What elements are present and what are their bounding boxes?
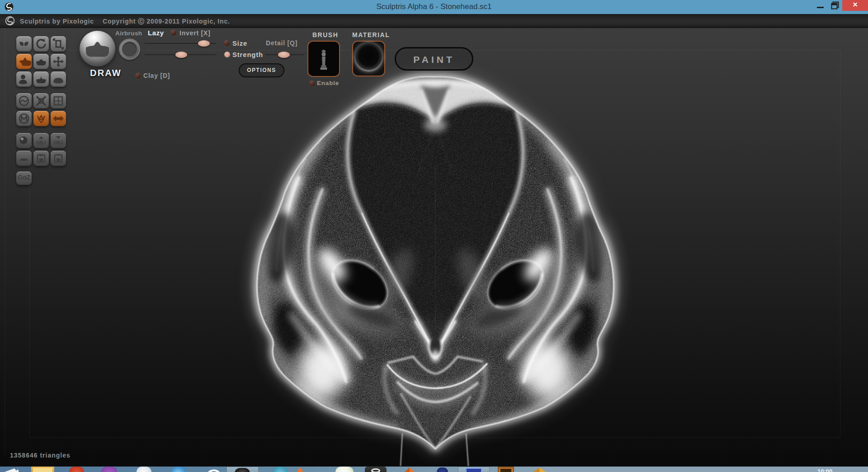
svg-text:OBJ: OBJ xyxy=(37,140,46,145)
svg-text:OBJ: OBJ xyxy=(54,140,63,145)
